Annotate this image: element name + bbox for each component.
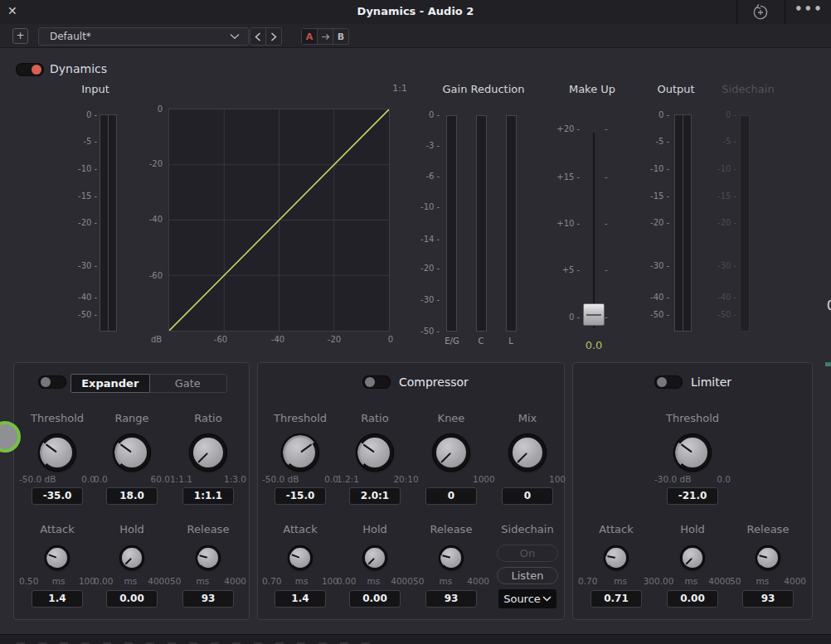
scale-label: -30 xyxy=(702,261,736,270)
knob-pointer xyxy=(424,425,478,479)
scale-label: -10 xyxy=(411,202,440,211)
compressor-hold-value[interactable]: 0.00 xyxy=(349,590,401,608)
preset-nav xyxy=(250,27,282,46)
limiter-threshold-knob[interactable] xyxy=(673,433,712,472)
tab-gate[interactable]: Gate xyxy=(149,375,227,392)
compressor-mix-knob[interactable] xyxy=(508,433,547,472)
titlebar-divider xyxy=(736,0,737,24)
limiter-release-knob[interactable] xyxy=(756,545,780,570)
scale-label: -6 xyxy=(411,172,440,181)
gr-channel-label: E/G xyxy=(440,337,464,346)
makeup-value[interactable]: 0.0 xyxy=(569,339,619,351)
scale-label: -20 xyxy=(411,264,440,273)
limiter-release-value[interactable]: 93 xyxy=(742,590,794,608)
expander-ratio-value[interactable]: 1:1.1 xyxy=(182,487,234,505)
scale-label: -15 xyxy=(63,191,97,201)
expander-hold-value[interactable]: 0.00 xyxy=(106,590,158,608)
compressor-release-knob[interactable] xyxy=(439,545,464,570)
compressor-enable-toggle[interactable] xyxy=(362,375,391,389)
ab-compare-group: A B xyxy=(301,28,349,45)
expander-attack-knob[interactable] xyxy=(45,545,70,570)
scale-label: -3 xyxy=(411,141,440,150)
compressor-release-value[interactable]: 93 xyxy=(425,590,477,608)
param-unit: ms xyxy=(439,576,452,586)
compressor-threshold-value[interactable]: -15.0 xyxy=(275,487,326,505)
compressor-sidechain-controls: Sidechain On Listen Source xyxy=(489,523,566,536)
scale-label: -40 xyxy=(63,293,97,302)
compressor-attack-value[interactable]: 1.4 xyxy=(275,590,326,608)
limiter-hold-value[interactable]: 0.00 xyxy=(667,590,718,608)
reset-history-icon[interactable] xyxy=(751,3,770,22)
param-min: 0.00 xyxy=(337,576,356,586)
param-unit: ms xyxy=(295,576,309,586)
compressor-hold-knob[interactable] xyxy=(362,545,387,570)
tab-expander[interactable]: Expander xyxy=(70,374,150,393)
scale-label: -30 xyxy=(635,261,669,270)
knob-pointer xyxy=(436,543,467,574)
sidechain-listen-button[interactable]: Listen xyxy=(497,567,558,584)
knob-pointer xyxy=(753,543,784,574)
expander-hold-knob[interactable] xyxy=(119,545,144,570)
param-label: Threshold xyxy=(654,412,731,425)
compressor-mix-value[interactable]: 0 xyxy=(502,487,553,505)
scale-label: -5 xyxy=(702,137,736,146)
scale-label: -15 xyxy=(635,191,669,201)
expander-attack-param: Attack 0.50ms100 1.4 xyxy=(19,523,95,608)
expander-enable-toggle[interactable] xyxy=(38,375,66,389)
param-min: 50 xyxy=(413,576,424,586)
compressor-knee-knob[interactable] xyxy=(432,433,470,472)
ab-compare-b-button[interactable]: B xyxy=(333,29,348,44)
makeup-fader-handle[interactable] xyxy=(583,303,605,326)
scale-label: -30 xyxy=(411,295,440,304)
compressor-threshold-knob[interactable] xyxy=(281,433,319,472)
scale-label: +10 xyxy=(546,219,580,228)
preset-dropdown[interactable]: Default* xyxy=(38,27,249,46)
expander-threshold-knob[interactable] xyxy=(38,433,76,472)
dynamics-enable-toggle[interactable] xyxy=(16,63,44,76)
expander-release-knob[interactable] xyxy=(196,545,221,570)
gain-reduction-meter-limiter xyxy=(506,115,517,332)
expander-range-value[interactable]: 18.0 xyxy=(106,487,158,505)
options-menu-icon[interactable]: ••• xyxy=(795,2,824,17)
compressor-ratio-value[interactable]: 2.0:1 xyxy=(349,487,401,505)
preset-bar: + Default* A B xyxy=(0,24,831,48)
param-max: 1:3.0 xyxy=(224,474,246,484)
compressor-attack-knob[interactable] xyxy=(288,545,313,570)
transfer-curve-graph[interactable] xyxy=(168,109,390,332)
param-min: 0 xyxy=(413,474,419,484)
ab-copy-arrow-icon[interactable] xyxy=(317,29,333,44)
compressor-knee-value[interactable]: 0 xyxy=(425,487,477,505)
fader-tick: - xyxy=(605,124,611,133)
compressor-ratio-knob[interactable] xyxy=(356,433,394,472)
expander-range-knob[interactable] xyxy=(113,433,151,472)
limiter-enable-toggle[interactable] xyxy=(654,375,683,389)
meter-channel xyxy=(675,115,683,331)
toggle-dot xyxy=(32,65,41,75)
scale-label: -10 xyxy=(702,164,736,173)
next-preset-button[interactable] xyxy=(266,28,281,45)
expander-ratio-param: Ratio 1:1.11:3.0 1:1.1 xyxy=(170,412,246,505)
makeup-fader-track[interactable] xyxy=(593,133,595,328)
ab-compare-a-button[interactable]: A xyxy=(302,29,317,44)
scale-label: +20 xyxy=(546,124,580,133)
param-label: Ratio xyxy=(170,412,246,425)
sidechain-on-button[interactable]: On xyxy=(497,545,558,562)
title-bar: ✕ Dynamics - Audio 2 ••• xyxy=(0,0,831,25)
input-section-label: Input xyxy=(62,83,129,95)
add-preset-button[interactable]: + xyxy=(12,28,28,44)
scale-label: -50 xyxy=(411,327,440,336)
limiter-hold-knob[interactable] xyxy=(680,545,705,570)
limiter-attack-value[interactable]: 0.71 xyxy=(590,590,642,608)
param-min: 0 xyxy=(489,474,495,484)
limiter-attack-knob[interactable] xyxy=(604,545,629,570)
expander-ratio-knob[interactable] xyxy=(189,433,227,472)
param-unit: ms xyxy=(124,576,137,586)
expander-threshold-value[interactable]: -35.0 xyxy=(32,487,83,505)
fader-tick: - xyxy=(605,172,611,182)
expander-attack-value[interactable]: 1.4 xyxy=(32,590,83,608)
compressor-panel: Compressor Threshold -50.0 dB0.0 -15.0 R… xyxy=(257,362,565,620)
limiter-threshold-value[interactable]: -21.0 xyxy=(667,487,718,505)
previous-preset-button[interactable] xyxy=(250,28,266,45)
sidechain-source-dropdown[interactable]: Source xyxy=(498,589,556,608)
expander-release-value[interactable]: 93 xyxy=(182,590,234,608)
